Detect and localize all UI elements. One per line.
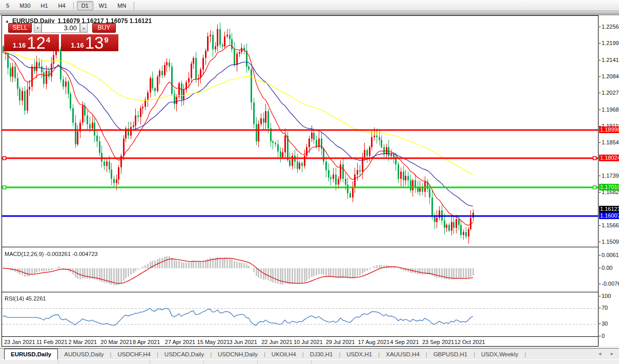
sell-price-prefix: 1.16 <box>13 41 26 49</box>
sell-price-tile[interactable]: 1.16 12 4 <box>4 34 59 51</box>
chart-tab-bar: EURUSD,DailyAUDUSD,Daily|USDCHF,H4|USDCA… <box>0 348 619 359</box>
macd-axis-tick: 0.006193 <box>602 252 619 258</box>
date-axis-label: 17 Aug 2021 <box>358 339 389 345</box>
spin-down-icon: ▼ <box>36 27 39 30</box>
buy-price-big: 13 <box>85 35 104 51</box>
date-axis-label: 10 Jul 2021 <box>294 339 323 345</box>
macd-label: MACD(12,26,9) -0.003261 -0.004723 <box>5 251 98 257</box>
window-divider <box>0 12 619 15</box>
rsi-axis-tick: 100 <box>602 293 611 299</box>
price-tick: 1.20840 <box>602 73 619 79</box>
panel-divider[interactable] <box>2 247 598 247</box>
rsi-label: RSI(14) 45.2261 <box>5 295 46 302</box>
panel-divider <box>2 336 598 337</box>
rsi-axis-tick: 70 <box>602 305 608 311</box>
status-pane-divider <box>150 360 150 364</box>
rsi-indicator-panel[interactable] <box>2 294 598 336</box>
chart-window: ▲ EURUSD,Daily 1.16079 1.16217 1.16075 1… <box>2 15 599 347</box>
toolbar-separator <box>73 2 74 10</box>
date-axis-label: 23 Sep 2021 <box>422 339 454 345</box>
buy-price-pip: 9 <box>104 35 108 44</box>
chart-tab-usdx-h1[interactable]: USDX,H1 <box>340 350 378 359</box>
date-axis-label: 29 Jul 2021 <box>326 339 355 345</box>
price-tag-1.18998: 1.18998 <box>599 126 619 133</box>
price-tick: 1.21995 <box>602 40 619 46</box>
chart-tab-eurusd-daily[interactable]: EURUSD,Daily <box>4 349 58 359</box>
buy-price-prefix: 1.16 <box>71 41 84 49</box>
timeframe-button-mn[interactable]: MN <box>113 1 131 10</box>
timeframe-button-5[interactable]: 5 <box>2 1 14 10</box>
volume-increase-button[interactable]: ▲ <box>80 23 88 33</box>
status-pane-divider <box>203 360 204 364</box>
chart-tab-xauusd-h4[interactable]: XAUUSD,H4 <box>380 350 426 359</box>
date-axis-label: 27 Apr 2021 <box>165 339 195 345</box>
rsi-axis-tick: 30 <box>602 320 608 327</box>
date-axis-label: 22 Jun 2021 <box>261 339 293 345</box>
price-tag-1.18024: 1.18024 <box>599 155 619 161</box>
buy-price-tile[interactable]: 1.16 13 9 <box>61 34 118 51</box>
chart-tab-usdcnh-daily[interactable]: USDCNH,Daily <box>212 350 264 359</box>
price-tick: 1.20270 <box>602 90 619 96</box>
sell-price-big: 12 <box>27 35 46 51</box>
status-pane-divider <box>58 360 58 364</box>
sell-price-pip: 4 <box>46 35 50 44</box>
timeframe-button-d1[interactable]: D1 <box>77 1 93 10</box>
volume-decrease-button[interactable]: ▼ <box>34 23 42 33</box>
sell-button[interactable]: SELL <box>8 23 32 33</box>
price-axis[interactable]: 1.225651.219951.214101.208401.202701.196… <box>599 15 619 347</box>
chart-tab-usdcad-daily[interactable]: USDCAD,Daily <box>158 350 210 359</box>
chart-tab-audusd-daily[interactable]: AUDUSD,Daily <box>58 350 110 359</box>
chart-tab-gbpusd-h1[interactable]: GBPUSD,H1 <box>427 350 473 359</box>
timeframe-button-h4[interactable]: H4 <box>54 1 70 10</box>
buy-button[interactable]: BUY <box>92 23 116 33</box>
price-tick: 1.15095 <box>602 239 619 245</box>
date-axis-label: 4 Sep 2021 <box>390 339 419 345</box>
one-click-trading-panel: SELL ▼ ▲ BUY 1.16 12 4 1.16 13 9 <box>4 23 119 51</box>
timeframe-button-m30[interactable]: M30 <box>15 1 35 10</box>
chart-tab-ukoil-h4[interactable]: UKOil,H4 <box>265 350 302 359</box>
volume-input[interactable] <box>42 23 80 33</box>
price-tick: 1.22565 <box>602 24 619 30</box>
date-axis[interactable]: 23 Jan 202111 Feb 20212 Mar 202120 Mar 2… <box>2 339 598 347</box>
chart-tab-usdchf-h4[interactable]: USDCHF,H4 <box>111 350 157 359</box>
chart-tab-dj30-h1[interactable]: DJ30,H1 <box>304 350 339 359</box>
date-axis-label: 8 Apr 2021 <box>133 339 160 345</box>
date-axis-label: 12 Oct 2021 <box>455 339 485 345</box>
trade-controls-row: SELL ▼ ▲ BUY <box>4 23 119 33</box>
status-pane-divider <box>257 360 258 364</box>
date-axis-label: 2 Mar 2021 <box>69 339 97 345</box>
timeframe-button-w1[interactable]: W1 <box>94 1 112 10</box>
tab-separator: | <box>525 350 526 359</box>
date-axis-label: 20 Mar 2021 <box>100 339 132 345</box>
macd-axis-tick: 0.00 <box>602 265 612 271</box>
spin-up-icon: ▲ <box>82 27 86 30</box>
chart-tab-usdx-weekly[interactable]: USDX,Weekly <box>475 350 525 359</box>
timeframe-button-h1[interactable]: H1 <box>36 1 53 10</box>
date-axis-label: 11 Feb 2021 <box>36 339 68 345</box>
price-tag-1.16121: 1.16121 <box>599 206 619 212</box>
tab-scroll-right-icon[interactable]: ► <box>610 351 614 356</box>
tab-scroll-left-icon[interactable]: ◄ <box>597 351 602 356</box>
timeframe-toolbar: 5M30H1H4D1W1MN <box>0 0 619 11</box>
rsi-axis-tick: 0 <box>602 333 605 339</box>
price-tag-1.16007: 1.16007 <box>599 212 619 219</box>
price-tick: 1.15665 <box>602 222 619 228</box>
status-bar <box>0 359 619 364</box>
panel-divider[interactable] <box>2 292 598 292</box>
price-tick: 1.18545 <box>602 139 619 145</box>
toolbar-separator <box>134 2 134 10</box>
price-tick: 1.21410 <box>602 57 619 63</box>
price-tag-1.17010: 1.17010 <box>599 184 619 190</box>
price-tick: 1.17390 <box>602 173 619 179</box>
date-axis-label: 23 Jan 2021 <box>4 339 35 345</box>
date-axis-label: 3 Jun 2021 <box>229 339 257 345</box>
date-axis-label: 15 May 2021 <box>197 339 230 345</box>
macd-axis-tick: -0.007623 <box>602 281 619 287</box>
mt4-terminal: { "toolbar": { "items": [ {"label": "5",… <box>0 0 619 364</box>
status-pane-divider <box>311 360 312 364</box>
price-tick: 1.19685 <box>602 106 619 113</box>
